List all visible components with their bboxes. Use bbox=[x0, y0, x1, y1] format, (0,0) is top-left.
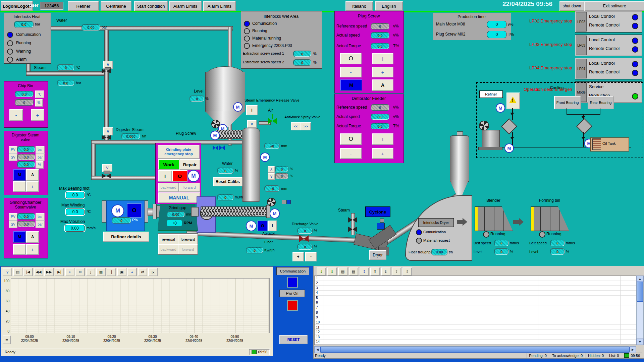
defib-stop-button[interactable]: O bbox=[340, 133, 362, 145]
antiback-open-button[interactable]: << bbox=[291, 122, 301, 130]
grind-forward-button[interactable]: forward bbox=[179, 183, 200, 192]
grid-icon[interactable]: ▦ bbox=[96, 268, 106, 276]
alarm-row[interactable]: 13 bbox=[315, 335, 636, 340]
antiback-close-button[interactable]: >> bbox=[301, 122, 311, 130]
antiback-valve-icon[interactable] bbox=[268, 118, 277, 124]
alarm-row[interactable]: 7 bbox=[315, 305, 636, 310]
gap-up-button[interactable]: ∧ bbox=[268, 166, 275, 173]
reset-button[interactable]: RESET bbox=[279, 335, 308, 344]
hscroll-thumb[interactable] bbox=[320, 347, 630, 353]
cooling-motor-badge-2[interactable]: M bbox=[504, 143, 514, 153]
valve1-icon[interactable] bbox=[102, 69, 111, 73]
grv-sv-field[interactable]: 0.0 bbox=[17, 221, 35, 227]
vscroll-up-button[interactable]: ▲ bbox=[636, 276, 644, 282]
agitator-start-button[interactable]: I bbox=[268, 221, 277, 231]
manual-button[interactable]: MANUAL bbox=[158, 192, 200, 203]
steam-line-valve-2[interactable] bbox=[348, 227, 357, 232]
screw-motor-badge[interactable]: M bbox=[270, 208, 280, 219]
grv-plus-button[interactable]: + bbox=[26, 244, 39, 255]
defib-start-button[interactable]: I bbox=[372, 133, 393, 145]
plugp-start-button[interactable]: I bbox=[372, 53, 393, 64]
import-down-icon[interactable]: ⇓ bbox=[327, 267, 337, 276]
jump-start-icon[interactable]: |◀ bbox=[23, 268, 33, 276]
defib-minus-button[interactable]: - bbox=[340, 148, 362, 159]
pan-icon[interactable]: ⊕ bbox=[75, 268, 85, 276]
defib-plus-button[interactable]: + bbox=[372, 148, 393, 159]
time-range-icon[interactable]: ⇄ bbox=[138, 268, 147, 276]
digv-plus-button[interactable]: + bbox=[26, 181, 39, 192]
main-motor-stop-button[interactable]: O bbox=[127, 203, 142, 218]
steam-line-valve-1[interactable] bbox=[348, 217, 357, 223]
work-button[interactable]: Work bbox=[158, 159, 179, 170]
alarm-row[interactable]: 6 bbox=[315, 300, 636, 305]
nav-centraline[interactable]: Centraline bbox=[101, 1, 131, 11]
lang-english-button[interactable]: English bbox=[375, 1, 403, 11]
nav-alarm-limits-1[interactable]: Alarm Limits bbox=[169, 1, 202, 11]
repair-button[interactable]: Repair bbox=[179, 159, 200, 170]
hscroll-left-button[interactable]: ◀ bbox=[314, 346, 321, 353]
silo-motor-badge[interactable]: M bbox=[233, 102, 243, 112]
export-down-icon[interactable]: ⇓ bbox=[317, 267, 326, 276]
plug-screw-motor-badge[interactable]: M bbox=[210, 131, 220, 140]
grv-manual-button[interactable]: M bbox=[13, 231, 26, 243]
discharge-minus-button[interactable]: - bbox=[305, 252, 317, 261]
chip-plus-button[interactable]: + bbox=[31, 109, 44, 121]
user-field[interactable]: 123456 bbox=[40, 2, 63, 10]
pause-icon[interactable]: ∥ bbox=[107, 268, 116, 276]
vessel-blue-valve-2[interactable] bbox=[219, 145, 225, 150]
agitator-stop-button[interactable]: O bbox=[257, 221, 268, 231]
vscroll-down-button[interactable]: ▼ bbox=[636, 339, 644, 345]
defib-ref-field[interactable]: 0 bbox=[371, 104, 389, 111]
main-motor-badge[interactable]: M bbox=[111, 204, 124, 217]
plugp-minus-button[interactable]: - bbox=[340, 67, 362, 77]
valve2-positioner[interactable]: V bbox=[103, 127, 113, 135]
cooling-motor-badge-1[interactable]: M bbox=[496, 103, 505, 113]
hscroll-right-button[interactable]: ▶ bbox=[630, 346, 636, 353]
alarm-row[interactable]: 9 bbox=[315, 315, 636, 320]
grv-auto-button[interactable]: A bbox=[26, 231, 39, 243]
step-forward-icon[interactable]: ▶▶ bbox=[44, 268, 54, 276]
plugp-ref-field[interactable]: 0 bbox=[371, 23, 389, 29]
reset-calibr-button[interactable]: Reset Calibr. bbox=[213, 177, 243, 186]
digv-manual-button[interactable]: M bbox=[13, 169, 26, 181]
grind-motor-badge[interactable]: M bbox=[187, 170, 200, 182]
zoom-icon[interactable]: ⌕ bbox=[65, 268, 74, 276]
send-down-icon[interactable]: ⇓ bbox=[381, 267, 390, 276]
forward-disabled-button[interactable]: forward bbox=[178, 244, 198, 254]
lang-italiano-button[interactable]: Italiano bbox=[345, 1, 373, 11]
cooling-warning-box[interactable] bbox=[506, 93, 520, 109]
grind-start-button[interactable]: I bbox=[158, 170, 172, 182]
step-back-icon[interactable]: ◀◀ bbox=[34, 268, 43, 276]
valve3-icon[interactable] bbox=[102, 174, 111, 178]
alarm-row[interactable]: 5 bbox=[315, 296, 636, 301]
digv-sv-field[interactable]: 0.0 bbox=[17, 154, 35, 160]
steam-release-i-button[interactable]: I bbox=[246, 105, 258, 115]
archive-down-icon[interactable]: ⇩ bbox=[402, 267, 412, 276]
dryer-button[interactable]: Dryer bbox=[369, 250, 386, 260]
rear-bearing-box[interactable]: Rear Bearing bbox=[588, 96, 614, 109]
alarm-row[interactable]: 11 bbox=[315, 325, 636, 330]
vscroll-thumb[interactable] bbox=[637, 282, 643, 302]
logon-button[interactable]: Logon/Logoff bbox=[1, 1, 33, 11]
send-up-icon[interactable]: ⇑ bbox=[370, 267, 380, 276]
jump-end-icon[interactable]: ▶| bbox=[55, 268, 64, 276]
sort-icon[interactable]: ⇕ bbox=[360, 267, 369, 276]
alarm-row[interactable]: 4 bbox=[315, 291, 636, 296]
function-icon[interactable]: ∫x bbox=[148, 268, 158, 276]
exit-software-button[interactable]: Exit software bbox=[584, 1, 644, 11]
plugp-plus-button[interactable]: + bbox=[372, 67, 393, 77]
alarm-row[interactable]: 3 bbox=[315, 286, 636, 291]
plugp-stop-button[interactable]: O bbox=[340, 53, 362, 64]
grind-backward-button[interactable]: backward bbox=[158, 183, 179, 192]
alarm-row[interactable]: 10 bbox=[315, 320, 636, 325]
trend-legend-button[interactable]: ≡ bbox=[3, 336, 11, 344]
grind-stop-button[interactable]: O bbox=[172, 170, 187, 182]
list-edit-icon[interactable]: ▤ bbox=[349, 267, 358, 276]
reversal-button[interactable]: reversal bbox=[158, 234, 178, 244]
gap-down-button[interactable]: ∨ bbox=[268, 173, 275, 180]
cooling-refiner-box[interactable]: Refiner bbox=[479, 90, 503, 98]
chip-minus-button[interactable]: - bbox=[9, 109, 23, 121]
plugp-manual-button[interactable]: M bbox=[340, 79, 362, 91]
nav-start-condition[interactable]: Start condition bbox=[134, 1, 168, 11]
alarm-row[interactable]: 8 bbox=[315, 310, 636, 315]
